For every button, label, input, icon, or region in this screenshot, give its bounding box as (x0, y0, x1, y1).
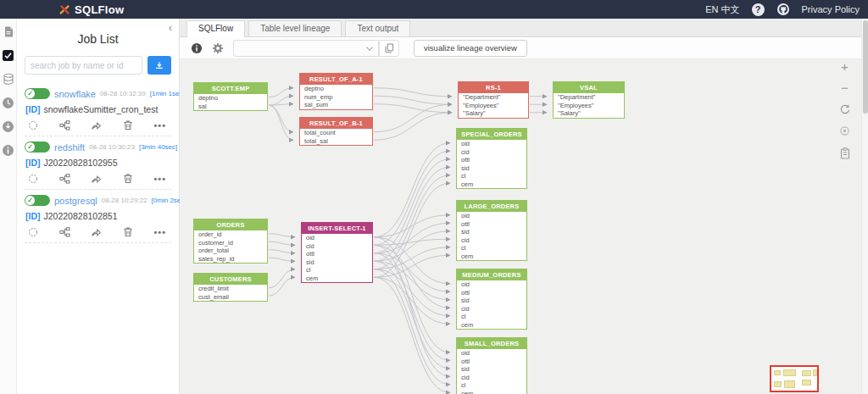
node-column[interactable]: cid (302, 242, 372, 251)
job-lineage-icon[interactable] (59, 174, 70, 184)
node-column[interactable]: cl (457, 172, 526, 180)
node-column[interactable]: "Salary" (459, 109, 528, 118)
node-title[interactable]: LARGE_ORDERS (457, 201, 526, 212)
help-icon[interactable]: ? (752, 3, 765, 16)
node-column[interactable]: cid (457, 305, 526, 314)
job-list-icon[interactable] (2, 49, 14, 62)
node-title[interactable]: SCOTT.EMP (194, 83, 267, 94)
lineage-node-INSERT-SELECT-1[interactable]: INSERT-SELECT-1oidcidottlsidclcem (301, 222, 373, 283)
node-column[interactable]: credit_limit (194, 285, 267, 293)
node-title[interactable]: SMALL_ORDERS (457, 338, 526, 349)
center-focus-icon[interactable] (839, 125, 850, 137)
node-column[interactable]: sales_rep_id (194, 255, 267, 264)
node-column[interactable]: sid (302, 258, 372, 267)
node-column[interactable]: order_id (194, 230, 267, 239)
node-title[interactable]: VSAL (554, 82, 624, 93)
lineage-node-LARGE_ORDERS[interactable]: LARGE_ORDERSoidottlsidcidclcem (456, 200, 527, 261)
sql-file-icon[interactable] (3, 25, 14, 38)
node-column[interactable]: oid (457, 349, 526, 358)
node-column[interactable]: cem (457, 321, 526, 330)
node-column[interactable]: oid (457, 280, 526, 289)
job-rerun-icon[interactable] (28, 227, 38, 237)
node-column[interactable]: cl (302, 266, 372, 275)
zoom-in-icon[interactable]: + (841, 61, 849, 72)
lineage-node-RESULT_OF_B-1[interactable]: RESULT_OF_B-1total_counttotal_sal (299, 117, 373, 146)
lineage-node-SPECIAL_ORDERS[interactable]: SPECIAL_ORDERSoidcidottlsidclcem (456, 128, 527, 189)
node-column[interactable]: cem (457, 180, 526, 189)
node-column[interactable]: ottl (457, 220, 526, 229)
github-icon[interactable] (776, 3, 790, 16)
download-icon[interactable] (2, 120, 14, 133)
lineage-node-VSAL[interactable]: VSAL"Department""Employees""Salary" (553, 81, 625, 119)
lineage-canvas[interactable]: + − (180, 59, 861, 394)
node-title[interactable]: INSERT-SELECT-1 (302, 223, 372, 234)
node-title[interactable]: SPECIAL_ORDERS (457, 129, 526, 140)
node-column[interactable]: total_count (300, 129, 372, 137)
node-column[interactable]: cl (457, 244, 526, 252)
node-column[interactable]: sid (457, 164, 526, 173)
job-success-toggle[interactable] (25, 142, 50, 153)
job-lineage-icon[interactable] (59, 120, 70, 130)
job-name[interactable]: redshift (54, 142, 85, 153)
lineage-node-RS-1[interactable]: RS-1"Department""Employees""Salary" (458, 81, 529, 119)
job-delete-icon[interactable] (123, 226, 133, 237)
node-column[interactable]: customer_id (194, 239, 267, 247)
language-switch[interactable]: EN 中文 (705, 3, 739, 16)
reset-icon[interactable] (839, 103, 850, 115)
job-more-icon[interactable]: ••• (153, 121, 166, 130)
node-column[interactable]: sid (457, 228, 526, 236)
node-column[interactable]: "Salary" (554, 109, 624, 118)
tab-table-level-lineage[interactable]: Table level lineage (248, 20, 342, 36)
node-column[interactable]: cid (457, 236, 526, 245)
node-column[interactable]: cl (457, 381, 526, 390)
lineage-node-SMALL_ORDERS[interactable]: SMALL_ORDERSoidottlsidcidclcem (456, 337, 527, 394)
lineage-node-ORDERS[interactable]: ORDERSorder_idcustomer_idorder_totalsale… (193, 219, 268, 264)
node-title[interactable]: RESULT_OF_A-1 (300, 74, 372, 85)
node-column[interactable]: sal_sum (300, 101, 372, 109)
node-column[interactable]: "Employees" (554, 102, 624, 110)
node-column[interactable]: cem (457, 252, 526, 261)
node-column[interactable]: oid (302, 234, 372, 242)
job-rerun-icon[interactable] (28, 120, 38, 130)
lineage-node-RESULT_OF_A-1[interactable]: RESULT_OF_A-1deptnonum_empsal_sum (299, 73, 373, 110)
collapse-panel-icon[interactable]: ‹ (169, 22, 172, 34)
lineage-node-CUSTOMERS[interactable]: CUSTOMERScredit_limitcust_email (193, 273, 268, 302)
toolbar-info-icon[interactable] (191, 42, 203, 54)
node-column[interactable]: cl (457, 313, 526, 321)
lineage-node-MEDIUM_ORDERS[interactable]: MEDIUM_ORDERSoidottlsidcidclcem (456, 269, 527, 330)
job-search-input[interactable] (25, 56, 142, 75)
tab-text-output[interactable]: Text output (345, 20, 410, 36)
node-column[interactable]: ottl (457, 156, 526, 164)
node-column[interactable]: num_emp (300, 93, 372, 102)
job-share-icon[interactable] (91, 227, 102, 237)
page-scrollbar[interactable] (861, 19, 868, 394)
node-column[interactable]: total_sal (300, 137, 372, 146)
node-title[interactable]: RS-1 (459, 82, 528, 93)
node-title[interactable]: ORDERS (194, 219, 267, 230)
node-column[interactable]: cem (457, 390, 526, 394)
node-column[interactable]: ottl (457, 358, 526, 366)
node-column[interactable]: cid (457, 148, 526, 157)
job-select-dropdown[interactable] (233, 40, 379, 57)
job-share-icon[interactable] (91, 174, 102, 184)
node-column[interactable]: sal (194, 103, 267, 111)
job-delete-icon[interactable] (123, 173, 133, 184)
node-column[interactable]: oid (457, 212, 526, 220)
tab-sqlflow[interactable]: SQLFlow (186, 20, 245, 37)
node-column[interactable]: "Department" (459, 93, 528, 102)
minimap[interactable] (770, 365, 819, 392)
submit-job-button[interactable] (147, 56, 171, 75)
job-delete-icon[interactable] (123, 119, 133, 130)
node-title[interactable]: RESULT_OF_B-1 (300, 118, 372, 129)
job-share-icon[interactable] (91, 120, 102, 130)
copy-button[interactable] (379, 40, 399, 57)
scrollbar-thumb[interactable] (863, 20, 868, 114)
job-name[interactable]: snowflake (54, 89, 96, 99)
node-column[interactable]: oid (457, 140, 526, 148)
node-column[interactable]: cem (302, 275, 372, 283)
node-column[interactable]: cid (457, 374, 526, 382)
job-success-toggle[interactable] (25, 88, 50, 99)
node-title[interactable]: CUSTOMERS (194, 274, 267, 285)
job-rerun-icon[interactable] (28, 174, 38, 184)
node-column[interactable]: ottl (457, 289, 526, 297)
